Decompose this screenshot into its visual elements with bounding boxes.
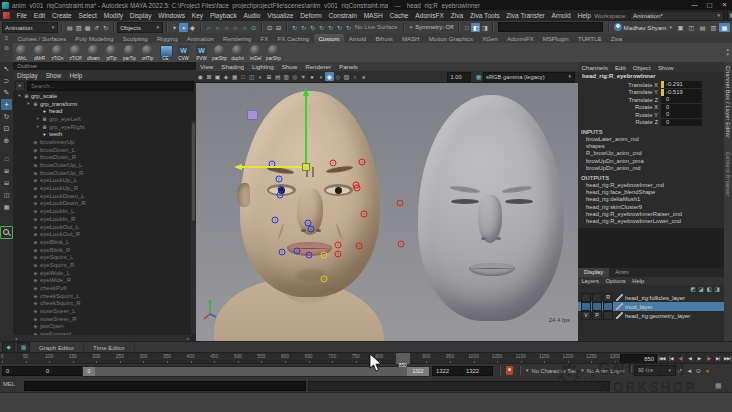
rig-control-curve[interactable] bbox=[272, 217, 279, 224]
tab-channel-box[interactable]: Channel Box / Layer Editor bbox=[725, 66, 731, 138]
tab-content-browser[interactable]: Content Browser bbox=[725, 152, 731, 197]
menu-item[interactable]: Ziva Transfer bbox=[503, 12, 548, 19]
range-start-handle[interactable]: 0 bbox=[83, 367, 95, 376]
outliner-node[interactable]: cheekSquint_R bbox=[13, 300, 196, 308]
animation-start-field[interactable]: 0 bbox=[2, 366, 43, 376]
outliner-node[interactable]: ▾ grp_scale bbox=[13, 92, 196, 100]
outliner-node[interactable]: eyeLookIn_R bbox=[13, 215, 196, 223]
outliner-node[interactable]: head bbox=[13, 107, 196, 115]
output-node-item[interactable]: head_rig:R_eyebrowInnerLower_cnd bbox=[578, 218, 724, 225]
chevron-down-icon[interactable]: ▼ bbox=[409, 25, 413, 30]
animation-end-field[interactable]: 1322 bbox=[462, 366, 493, 376]
construction-history-icon[interactable]: ↻ bbox=[290, 23, 299, 32]
channel-value-field[interactable]: 0 bbox=[661, 119, 702, 126]
xray-icon[interactable]: ◇ bbox=[334, 72, 343, 81]
outliner-node[interactable]: eyeSquint_L bbox=[13, 253, 196, 261]
head_rig:geometry_layer[interactable]: V P head_rig:geometry_layer bbox=[578, 311, 724, 320]
safe-title-icon[interactable]: ▥ bbox=[282, 72, 291, 81]
outliner-node[interactable]: + grp_eyeRight bbox=[13, 123, 196, 131]
shelf-tab[interactable]: FX Caching bbox=[273, 34, 314, 43]
loop-playback-icon[interactable]: ↺ bbox=[676, 366, 685, 375]
new-scene-icon[interactable]: ▤ bbox=[65, 23, 74, 32]
outliner-node[interactable]: ▾ grp_transform bbox=[13, 100, 196, 108]
save-scene-icon[interactable]: ▦ bbox=[83, 23, 92, 32]
shelf-tab[interactable]: Custom bbox=[314, 34, 344, 43]
input-node-item[interactable]: browUpDn_anim_pma bbox=[578, 158, 724, 165]
menu-item[interactable]: Constrain bbox=[325, 12, 360, 19]
outliner-node[interactable]: cheekPuff bbox=[13, 284, 196, 292]
outliner-search-input[interactable]: Search... bbox=[27, 81, 194, 91]
channel-row[interactable]: Rotate Z 0 bbox=[578, 119, 724, 127]
zoom-region-tool[interactable] bbox=[0, 226, 13, 239]
menu-item[interactable]: Select bbox=[75, 12, 100, 19]
layer-editor-tab[interactable]: Anim bbox=[609, 268, 634, 277]
shelf-button[interactable]: dupIni bbox=[229, 44, 246, 61]
snap-curve-icon[interactable]: ∩ bbox=[213, 23, 222, 32]
animation-preferences-icon[interactable]: ● bbox=[703, 366, 712, 375]
exposure-field[interactable]: 1.00 bbox=[447, 72, 471, 82]
outliner-node[interactable]: eyeLookUp_L bbox=[13, 177, 196, 185]
shelf-tab[interactable]: Ziva bbox=[606, 34, 627, 43]
script-editor-icon[interactable]: ▦ bbox=[715, 381, 724, 390]
move-tool[interactable]: + bbox=[1, 99, 12, 110]
input-connections-icon[interactable]: ⊡ bbox=[265, 23, 274, 32]
shelf-button[interactable]: pfTip bbox=[103, 44, 120, 61]
shelf-button[interactable]: orfTip bbox=[139, 44, 156, 61]
rig-control-curve[interactable] bbox=[321, 276, 328, 283]
rig-control-curve[interactable] bbox=[306, 252, 313, 259]
output-node-item[interactable]: head_rig:R_eyebrowInner_md bbox=[578, 182, 724, 189]
workspace-settings-icon[interactable]: ▦ bbox=[727, 10, 732, 21]
outliner-node[interactable]: jawOpen bbox=[13, 323, 196, 331]
input-node-item[interactable]: browUpDn_anim_md bbox=[578, 165, 724, 172]
range-end-handle[interactable]: 1322 bbox=[407, 367, 429, 376]
outliner-node[interactable]: eyeSquint_R bbox=[13, 261, 196, 269]
outliner-node[interactable]: + grp_eyeLeft bbox=[13, 115, 196, 123]
isolate-select-icon[interactable]: ◎ bbox=[291, 72, 300, 81]
anim-layer-selector[interactable]: No Anim Layer bbox=[585, 368, 627, 374]
select-object-icon[interactable]: ▪ bbox=[179, 23, 188, 32]
shelf-tab[interactable]: Bifrost bbox=[371, 34, 397, 43]
ao-icon[interactable]: ◑ bbox=[316, 72, 325, 81]
pan-zoom-icon[interactable]: ◈ bbox=[222, 72, 231, 81]
paint-select-tool[interactable]: ✎ bbox=[1, 87, 12, 98]
channel-value-field[interactable]: -0.291 bbox=[661, 81, 702, 88]
layer-display-type-toggle[interactable] bbox=[603, 302, 613, 311]
hypershade-icon[interactable]: ↻ bbox=[335, 23, 344, 32]
scale-tool[interactable]: ⊡ bbox=[1, 123, 12, 134]
playback-speed-clock-icon[interactable]: ⊙ bbox=[694, 366, 703, 375]
rig-control-curve[interactable] bbox=[354, 185, 361, 192]
shelf-tab[interactable]: Curves / Surfaces bbox=[13, 34, 71, 43]
viewport-menu-item[interactable]: Panels bbox=[335, 63, 362, 70]
menu-item[interactable]: Audio bbox=[240, 12, 264, 19]
rig-control-curve[interactable] bbox=[398, 241, 405, 248]
channel-row[interactable]: Rotate X 0 bbox=[578, 104, 724, 112]
shelf-gear-icon[interactable]: ⚙ bbox=[0, 43, 13, 53]
layer-playback-toggle[interactable]: P bbox=[592, 311, 602, 320]
outliner-node[interactable]: eyeBlink_R bbox=[13, 246, 196, 254]
ipr-render-icon[interactable]: ↻ bbox=[317, 23, 326, 32]
shelf-button[interactable]: dfoam bbox=[85, 44, 102, 61]
shelf-button[interactable]: CVW bbox=[175, 44, 192, 61]
channel-row[interactable]: Translate Z 0 bbox=[578, 96, 724, 104]
menu-item[interactable]: Visualize bbox=[264, 12, 297, 19]
channel-box-menu-item[interactable]: Edit bbox=[611, 64, 629, 71]
command-language-label[interactable]: MEL bbox=[3, 381, 15, 387]
outliner-node[interactable]: noseSneer_L bbox=[13, 307, 196, 315]
shelf-tab[interactable]: MASH bbox=[397, 34, 424, 43]
workspace-selector[interactable]: Animation*▼ bbox=[630, 11, 724, 21]
outliner-node[interactable]: noseSneer_R bbox=[13, 315, 196, 323]
menu-item[interactable]: Ziva bbox=[447, 12, 466, 19]
channel-box-menu-item[interactable]: Show bbox=[654, 64, 677, 71]
rig-control-curve[interactable] bbox=[335, 251, 342, 258]
render-frame-icon[interactable]: ↻ bbox=[308, 23, 317, 32]
rig-control-curve[interactable] bbox=[321, 252, 328, 259]
translate-manipulator-y-axis[interactable] bbox=[305, 95, 307, 166]
redo-icon[interactable]: ↻ bbox=[101, 23, 110, 32]
outliner-node[interactable]: eyeLookIn_L bbox=[13, 207, 196, 215]
outliner-node[interactable]: eyeWide_L bbox=[13, 269, 196, 277]
snap-point-icon[interactable]: ∩ bbox=[222, 23, 231, 32]
layer-color-swatch[interactable] bbox=[616, 312, 623, 319]
modeling-toolkit-icon[interactable]: ▣ bbox=[675, 23, 686, 32]
open-render-view-icon[interactable]: ↻ bbox=[299, 23, 308, 32]
last-used-tool[interactable]: ⊕ bbox=[1, 135, 12, 146]
